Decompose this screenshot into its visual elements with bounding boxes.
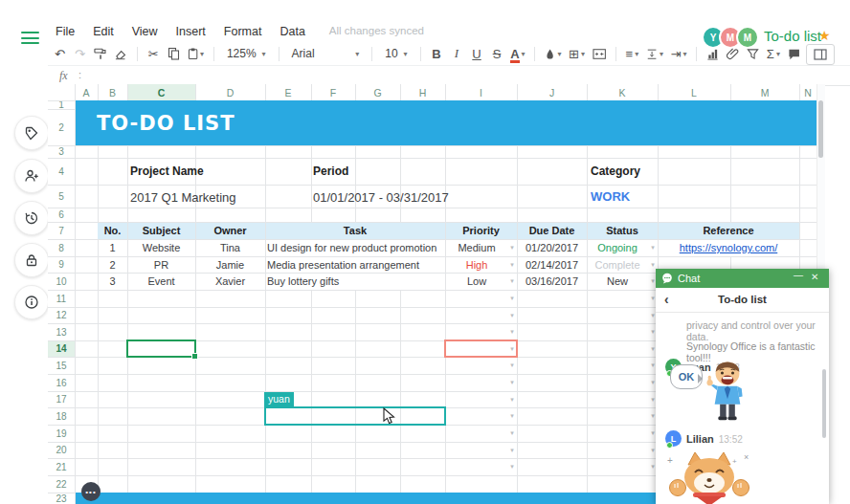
category-label-cell[interactable]: Category [591, 164, 640, 178]
row-header-23[interactable]: 23 [48, 493, 75, 504]
text-direction-button[interactable]: ⇥▾ [671, 47, 686, 61]
underline-button[interactable]: U [471, 47, 483, 61]
period-value-cell[interactable]: 01/01/2017 - 03/31/2017 [313, 190, 449, 205]
fill-color-button[interactable]: ▾ [545, 47, 561, 60]
insert-link-button[interactable] [727, 47, 739, 60]
cell-subject[interactable]: PR [127, 256, 195, 273]
row-header-10[interactable]: 10 [48, 273, 75, 290]
column-header-A[interactable]: A [75, 84, 98, 100]
comment-button[interactable] [788, 48, 800, 60]
fill-handle[interactable] [191, 353, 198, 360]
font-size-select[interactable]: 10▾ [382, 47, 410, 60]
row-header-20[interactable]: 20 [48, 442, 75, 458]
cell-status[interactable]: Complete [587, 256, 648, 273]
cell-reference-link[interactable]: https://synology.com/ [658, 239, 799, 256]
dropdown-arrow-icon[interactable]: ▾ [508, 307, 516, 323]
row-header-4[interactable]: 4 [48, 158, 75, 185]
clear-format-button[interactable] [114, 47, 126, 60]
chat-launcher-button[interactable]: ••• [81, 482, 101, 501]
dropdown-arrow-icon[interactable]: ▾ [508, 290, 516, 307]
column-header-K[interactable]: K [587, 84, 658, 100]
row-header-21[interactable]: 21 [48, 458, 75, 475]
table-header-reference[interactable]: Reference [658, 222, 799, 239]
column-header-C[interactable]: C [127, 84, 195, 100]
row-header-6[interactable]: 6 [48, 208, 75, 222]
cell-due-date[interactable]: 03/16/2017 [517, 273, 587, 290]
font-family-select[interactable]: Arial▾ [289, 47, 363, 60]
row-header-16[interactable]: 16 [48, 374, 75, 391]
text-color-button[interactable]: A▾ [511, 47, 526, 61]
dropdown-arrow-icon[interactable]: ▾ [508, 442, 516, 458]
row-header-9[interactable]: 9 [48, 256, 75, 273]
column-header-D[interactable]: D [195, 84, 265, 100]
chat-header[interactable]: Chat — ✕ [656, 269, 829, 288]
row-header-5[interactable]: 5 [48, 185, 75, 208]
row-header-13[interactable]: 13 [48, 323, 75, 340]
bold-button[interactable]: B [431, 47, 443, 61]
cell-status[interactable]: New [587, 273, 648, 290]
row-header-22[interactable]: 22 [48, 475, 75, 493]
cell-priority[interactable]: Medium [445, 239, 508, 256]
cell-owner[interactable]: Tina [195, 239, 265, 256]
table-header-no[interactable]: No. [98, 222, 127, 239]
dropdown-arrow-icon[interactable]: ▾ [649, 239, 657, 256]
chat-minimize-button[interactable]: — [794, 270, 803, 280]
menu-data[interactable]: Data [280, 25, 304, 38]
period-label-cell[interactable]: Period [313, 164, 348, 178]
menu-view[interactable]: View [132, 25, 158, 38]
dropdown-arrow-icon[interactable]: ▾ [508, 256, 516, 273]
column-header-I[interactable]: I [445, 84, 517, 100]
cell-status[interactable]: Ongoing [587, 239, 648, 256]
dropdown-arrow-icon[interactable]: ▾ [508, 239, 516, 256]
scrollbar-thumb[interactable] [818, 100, 823, 158]
dropdown-arrow-icon[interactable]: ▾ [508, 391, 516, 407]
todo-list-banner-cell[interactable]: TO-DO LIST [76, 100, 816, 145]
dropdown-arrow-icon[interactable]: ▾ [508, 357, 516, 374]
undo-button[interactable]: ↶ [54, 47, 66, 61]
row-header-8[interactable]: 8 [48, 239, 75, 256]
chat-close-button[interactable]: ✕ [811, 272, 818, 282]
dropdown-arrow-icon[interactable]: ▾ [508, 273, 516, 290]
functions-button[interactable]: Σ▾ [767, 47, 779, 61]
active-cell-selection[interactable] [126, 340, 196, 358]
cell-due-date[interactable]: 02/14/2017 [517, 256, 587, 273]
cell-no[interactable]: 3 [98, 273, 127, 290]
cell-task[interactable]: Media presentation arrangement [267, 256, 443, 273]
label-tag-button[interactable] [14, 116, 49, 150]
row-header-7[interactable]: 7 [48, 222, 75, 239]
dropdown-arrow-icon[interactable]: ▾ [508, 458, 516, 475]
row-header-1[interactable]: 1 [48, 100, 75, 109]
table-header-status[interactable]: Status [587, 222, 658, 239]
menu-file[interactable]: File [56, 25, 75, 38]
zoom-select[interactable]: 125%▾ [224, 47, 269, 60]
column-header-H[interactable]: H [400, 84, 445, 100]
vertical-align-button[interactable]: ▾ [646, 48, 663, 60]
column-header-J[interactable]: J [517, 84, 587, 100]
favorite-star-icon[interactable]: ★ [818, 28, 831, 43]
horizontal-align-button[interactable]: ≡▾ [626, 47, 638, 61]
cell-subject[interactable]: Website [127, 239, 195, 256]
category-value-cell[interactable]: WORK [591, 189, 630, 204]
menu-format[interactable]: Format [224, 25, 262, 38]
cell-no[interactable]: 2 [98, 256, 127, 273]
hamburger-menu-icon[interactable] [21, 32, 39, 44]
column-header-B[interactable]: B [98, 84, 127, 100]
cell-priority[interactable]: Low [445, 273, 508, 290]
row-header-19[interactable]: 19 [48, 425, 75, 442]
menu-edit[interactable]: Edit [93, 25, 114, 38]
cell-no[interactable]: 1 [98, 239, 127, 256]
row-header-11[interactable]: 11 [48, 290, 75, 307]
info-button[interactable] [14, 285, 49, 319]
dropdown-arrow-icon[interactable]: ▾ [508, 374, 516, 391]
table-header-duedate[interactable]: Due Date [517, 222, 587, 239]
dropdown-arrow-icon[interactable]: ▾ [508, 407, 516, 425]
row-header-17[interactable]: 17 [48, 391, 75, 407]
column-header-N[interactable]: N [799, 84, 816, 100]
column-header-F[interactable]: F [311, 84, 355, 100]
italic-button[interactable]: I [451, 46, 463, 61]
dropdown-arrow-icon[interactable]: ▾ [508, 425, 516, 442]
row-header-14[interactable]: 14 [48, 340, 75, 357]
strikethrough-button[interactable]: S [491, 47, 503, 61]
cell-task[interactable]: UI design for new product promotion [267, 239, 443, 256]
paint-format-button[interactable] [94, 47, 106, 60]
